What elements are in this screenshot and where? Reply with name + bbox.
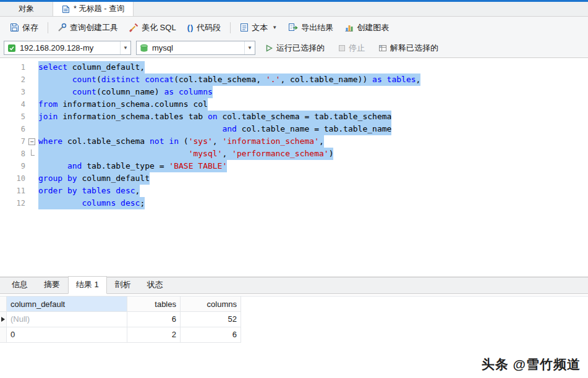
line-number[interactable]: 10: [0, 172, 28, 185]
line-number[interactable]: 12: [0, 197, 28, 209]
code-line[interactable]: 2 count(distinct concat(col.table_schema…: [0, 74, 588, 86]
text-view-button[interactable]: 文本 ▼: [235, 19, 282, 36]
code-line[interactable]: 6 and col.table_name = tab.table_name: [0, 123, 588, 135]
tab-profile[interactable]: 剖析: [107, 276, 139, 294]
toolbar: 保存 查询创建工具 美化 SQL () 代码段 文本 ▼ 导出结果 创建图表: [0, 17, 588, 38]
export-results-button[interactable]: 导出结果: [283, 19, 338, 36]
query-builder-icon: [58, 23, 67, 32]
line-number[interactable]: 4: [0, 98, 28, 111]
result-tab-bar: 信息 摘要 结果 1 剖析 状态: [0, 277, 588, 294]
code-line[interactable]: 1select column_default,: [0, 61, 588, 74]
database-select[interactable]: mysql ▼: [136, 41, 255, 55]
code-snippet-button[interactable]: () 代码段: [182, 19, 226, 36]
code-text[interactable]: count(distinct concat(col.table_schema, …: [38, 74, 420, 86]
line-number[interactable]: 5: [0, 111, 28, 123]
query-builder-button[interactable]: 查询创建工具: [53, 19, 123, 36]
tab-info[interactable]: 信息: [4, 276, 36, 294]
tab-result-1-label: 结果 1: [76, 280, 99, 289]
fold-column: [28, 111, 38, 123]
database-dropdown-arrow-icon[interactable]: ▼: [244, 41, 255, 54]
column-header-columns[interactable]: columns: [181, 296, 241, 312]
code-line[interactable]: 9 and tab.table_type = 'BASE TABLE': [0, 160, 588, 172]
code-text[interactable]: order by tables desc,: [38, 185, 140, 197]
stop-button[interactable]: 停止: [334, 40, 369, 56]
code-line[interactable]: 8 'mysql', 'performance_schema'): [0, 148, 588, 160]
sql-editor[interactable]: 1select column_default,2 count(distinct …: [0, 58, 588, 277]
code-text[interactable]: count(column_name) as columns: [38, 86, 213, 98]
tab-info-label: 信息: [12, 280, 28, 289]
line-number[interactable]: 1: [0, 61, 28, 74]
line-number[interactable]: 9: [0, 160, 28, 172]
save-label: 保存: [22, 22, 38, 33]
tab-query-label: * 无标题 - 查询: [74, 4, 124, 14]
fold-column: [28, 98, 38, 111]
tab-objects-label: 对象: [19, 4, 34, 14]
table-cell[interactable]: 2: [127, 327, 181, 343]
result-body: (Null)652026: [0, 312, 588, 343]
fold-column: [28, 74, 38, 86]
tab-summary-label: 摘要: [44, 280, 60, 289]
connection-dropdown-arrow-icon[interactable]: ▼: [120, 41, 130, 54]
code-text[interactable]: from information_schema.columns col: [38, 98, 208, 111]
table-cell[interactable]: (Null): [7, 312, 127, 327]
code-line[interactable]: 4from information_schema.columns col: [0, 98, 588, 111]
table-cell[interactable]: 6: [127, 312, 181, 327]
table-cell[interactable]: 52: [181, 312, 241, 327]
code-text[interactable]: columns desc;: [38, 197, 145, 209]
code-text[interactable]: group by column_default: [38, 172, 150, 185]
code-line[interactable]: 7−where col.table_schema not in ('sys', …: [0, 135, 588, 148]
tab-profile-label: 剖析: [115, 280, 131, 289]
code-text[interactable]: where col.table_schema not in ('sys', 'i…: [38, 135, 324, 148]
sql-document-icon: [62, 5, 70, 14]
code-line[interactable]: 11order by tables desc,: [0, 185, 588, 197]
code-lines: 1select column_default,2 count(distinct …: [0, 61, 588, 209]
fold-end-icon: [28, 148, 38, 160]
stop-label: 停止: [349, 43, 365, 54]
run-selected-button[interactable]: 运行已选择的: [260, 40, 329, 56]
code-text[interactable]: and col.table_name = tab.table_name: [38, 123, 391, 135]
tab-summary[interactable]: 摘要: [36, 276, 68, 294]
code-line[interactable]: 5join information_schema.tables tab on c…: [0, 111, 588, 123]
database-value: mysql: [152, 43, 241, 52]
save-button[interactable]: 保存: [5, 19, 43, 36]
create-chart-button[interactable]: 创建图表: [339, 19, 394, 36]
tab-query[interactable]: * 无标题 - 查询: [53, 2, 134, 16]
tab-objects[interactable]: 对象: [0, 2, 53, 16]
toolbar-separator: [48, 22, 48, 33]
beautify-sql-button[interactable]: 美化 SQL: [124, 19, 181, 36]
table-cell[interactable]: 0: [7, 327, 127, 343]
code-text[interactable]: and tab.table_type = 'BASE TABLE': [38, 160, 227, 172]
fold-column: [28, 172, 38, 185]
line-number[interactable]: 2: [0, 74, 28, 86]
code-text[interactable]: 'mysql', 'performance_schema'): [38, 148, 333, 160]
row-marker[interactable]: [0, 312, 7, 327]
fold-column: [28, 123, 38, 135]
table-row[interactable]: 026: [0, 327, 588, 343]
line-number[interactable]: 3: [0, 86, 28, 98]
column-header-tables[interactable]: tables: [127, 296, 181, 312]
table-cell[interactable]: 6: [181, 327, 241, 343]
create-chart-label: 创建图表: [357, 22, 389, 33]
stop-icon: [338, 44, 346, 52]
tab-status-label: 状态: [147, 280, 163, 289]
current-row-arrow-icon: [1, 317, 5, 322]
column-header-column_default[interactable]: column_default: [7, 296, 127, 312]
line-number[interactable]: 8: [0, 148, 28, 160]
connection-select[interactable]: 192.168.209.128-my ▼: [4, 41, 131, 55]
row-marker[interactable]: [0, 327, 7, 343]
toolbar-separator: [230, 22, 231, 33]
explain-selected-button[interactable]: 解释已选择的: [374, 40, 443, 56]
tab-result-1[interactable]: 结果 1: [68, 276, 107, 294]
fold-start-icon[interactable]: −: [28, 135, 38, 148]
code-line[interactable]: 3 count(column_name) as columns: [0, 86, 588, 98]
code-text[interactable]: join information_schema.tables tab on co…: [38, 111, 391, 123]
line-number[interactable]: 6: [0, 123, 28, 135]
line-number[interactable]: 11: [0, 185, 28, 197]
code-text[interactable]: select column_default,: [38, 61, 145, 74]
code-line[interactable]: 12 columns desc;: [0, 197, 588, 209]
row-marker-corner: [0, 296, 7, 312]
tab-status[interactable]: 状态: [139, 276, 171, 294]
line-number[interactable]: 7: [0, 135, 28, 148]
table-row[interactable]: (Null)652: [0, 312, 588, 327]
code-line[interactable]: 10group by column_default: [0, 172, 588, 185]
